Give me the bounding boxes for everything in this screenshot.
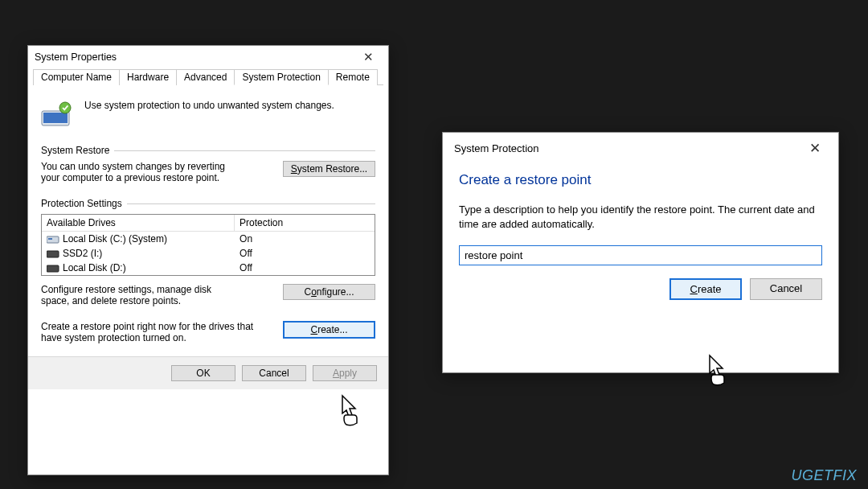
system-properties-dialog: System Properties ✕ Computer Name Hardwa… <box>27 45 389 475</box>
tab-computer-name[interactable]: Computer Name <box>33 69 120 85</box>
svg-point-2 <box>59 102 71 113</box>
tab-advanced[interactable]: Advanced <box>176 69 235 85</box>
group-caption-label: Protection Settings <box>41 198 122 209</box>
col-available-drives[interactable]: Available Drives <box>42 215 235 231</box>
titlebar: System Properties ✕ <box>28 46 388 65</box>
tab-strip: Computer Name Hardware Advanced System P… <box>33 68 383 85</box>
drive-icon <box>47 263 59 273</box>
create-restore-point-button[interactable]: Create... <box>283 321 375 339</box>
ok-button[interactable]: OK <box>171 365 235 381</box>
drive-label: Local Disk (D:) <box>63 262 126 273</box>
dialog-footer: OK Cancel Apply <box>28 356 388 389</box>
restore-point-name-input[interactable] <box>459 245 822 265</box>
drive-protection: On <box>235 232 375 245</box>
create-button[interactable]: Create <box>669 278 742 300</box>
drive-icon <box>47 249 59 258</box>
svg-rect-1 <box>43 113 68 123</box>
drive-protection: Off <box>235 261 375 274</box>
group-caption-label: System Restore <box>41 145 109 156</box>
drive-protection: Off <box>235 247 375 260</box>
dialog-body: Use system protection to undo unwanted s… <box>28 85 388 356</box>
configure-description: Configure restore settings, manage disk … <box>41 284 242 306</box>
watermark: UGETFIX <box>791 467 857 484</box>
tab-hardware[interactable]: Hardware <box>119 69 177 85</box>
drive-label: Local Disk (C:) (System) <box>63 233 167 244</box>
configure-button[interactable]: Configure... <box>283 284 375 300</box>
create-restore-description: Type a description to help you identify … <box>459 203 822 231</box>
apply-button: Apply <box>313 365 377 381</box>
system-protection-dialog: System Protection ✕ Create a restore poi… <box>442 132 839 373</box>
group-protection-settings: Protection Settings <box>41 198 375 209</box>
drives-header: Available Drives Protection <box>42 215 375 232</box>
drives-table: Available Drives Protection Local Disk (… <box>41 214 375 276</box>
table-row[interactable]: Local Disk (D:) Off <box>42 261 375 275</box>
tab-remote[interactable]: Remote <box>328 69 378 85</box>
create-restore-heading: Create a restore point <box>459 172 822 188</box>
svg-rect-6 <box>47 265 59 272</box>
table-row[interactable]: Local Disk (C:) (System) On <box>42 232 375 246</box>
dialog-footer: Create Cancel <box>443 278 838 314</box>
dialog-title: System Protection <box>454 142 539 154</box>
system-protection-icon <box>41 100 75 127</box>
restore-description: You can undo system changes by reverting… <box>41 161 234 183</box>
group-system-restore: System Restore <box>41 145 375 156</box>
dialog-body: Create a restore point Type a descriptio… <box>443 162 838 278</box>
titlebar: System Protection ✕ <box>443 133 838 162</box>
intro-row: Use system protection to undo unwanted s… <box>41 100 375 127</box>
tab-system-protection[interactable]: System Protection <box>234 69 328 85</box>
table-row[interactable]: SSD2 (I:) Off <box>42 246 375 261</box>
create-description: Create a restore point right now for the… <box>41 321 258 343</box>
system-restore-button[interactable]: System Restore... <box>283 161 375 177</box>
close-icon[interactable]: ✕ <box>355 50 382 64</box>
close-icon[interactable]: ✕ <box>801 141 829 156</box>
cancel-button[interactable]: Cancel <box>242 365 306 381</box>
svg-rect-4 <box>48 238 52 240</box>
dialog-title: System Properties <box>35 51 117 63</box>
drive-icon <box>47 234 59 244</box>
col-protection[interactable]: Protection <box>235 215 375 231</box>
cancel-button[interactable]: Cancel <box>750 278 822 300</box>
drive-label: SSD2 (I:) <box>63 248 102 259</box>
intro-text: Use system protection to undo unwanted s… <box>84 100 334 111</box>
svg-rect-5 <box>47 251 59 257</box>
